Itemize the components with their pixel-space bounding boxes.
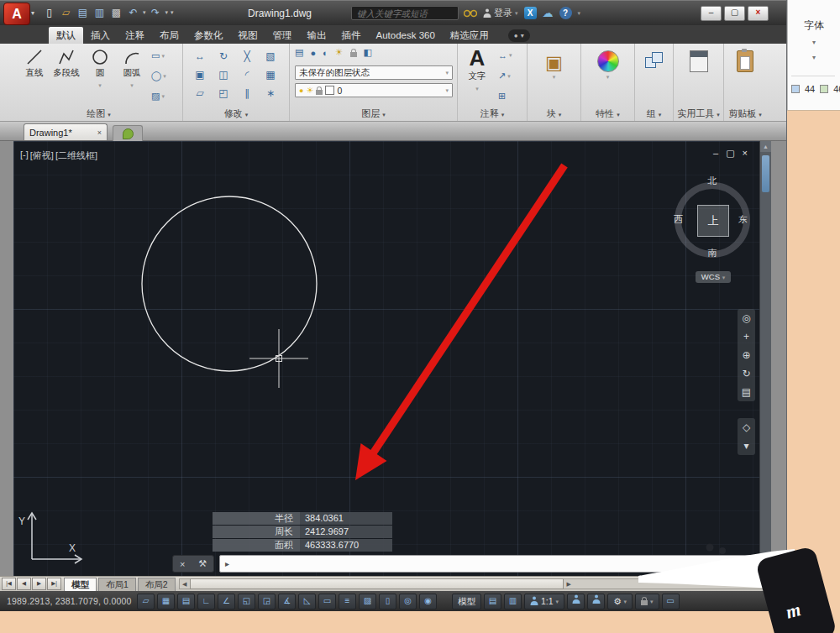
auto-annotation-scale-icon[interactable] bbox=[587, 594, 605, 609]
a360-cloud-icon[interactable]: ☁ bbox=[543, 7, 554, 19]
fillet-icon[interactable]: ◜ bbox=[245, 69, 249, 81]
undo-caret-icon[interactable]: ▾ bbox=[143, 9, 146, 16]
layer-match-icon[interactable]: ◧ bbox=[364, 47, 372, 58]
tab-model[interactable]: 模型 bbox=[64, 578, 97, 591]
orbit-icon[interactable]: ↻ bbox=[742, 364, 750, 383]
clipboard-icon[interactable] bbox=[737, 50, 753, 72]
infer-constraints-toggle[interactable]: ▱ bbox=[137, 594, 155, 609]
hscrollbar-thumb[interactable] bbox=[190, 578, 564, 589]
maximize-button[interactable]: ▢ bbox=[724, 6, 745, 21]
object-snap-toggle[interactable]: ◱ bbox=[238, 594, 255, 609]
open-file-icon[interactable]: ▱ bbox=[59, 5, 73, 20]
scroll-up-icon[interactable]: ▲ bbox=[760, 141, 771, 152]
group-panel-label[interactable]: 组 ▾ bbox=[635, 107, 673, 120]
undo-icon[interactable]: ↶ bbox=[126, 5, 140, 20]
layer-isolate-icon[interactable]: ◐ bbox=[323, 48, 328, 58]
polyline-tool[interactable]: 多段线 bbox=[50, 47, 82, 79]
minimize-button[interactable]: – bbox=[701, 6, 722, 21]
visual-style-control[interactable]: [二维线框] bbox=[55, 149, 97, 162]
font-size-caret-icon[interactable]: ▾ bbox=[788, 54, 840, 61]
sign-in-button[interactable]: 登录 ▾ bbox=[483, 5, 518, 21]
toolbar-lock-button[interactable]: ▾ bbox=[635, 594, 659, 609]
exchange-apps-icon[interactable]: X bbox=[524, 7, 537, 19]
ellipse-tool[interactable]: ◯ ▾ bbox=[151, 71, 166, 81]
dynamic-ucs-toggle[interactable]: ◺ bbox=[298, 594, 316, 609]
drawing-file-tab[interactable]: Drawing1* × bbox=[24, 123, 108, 140]
properties-caret-icon[interactable]: ▾ bbox=[581, 74, 634, 81]
command-close-icon[interactable]: × bbox=[180, 559, 185, 569]
help-caret-icon[interactable]: ▾ bbox=[578, 10, 581, 17]
rectangle-tool[interactable]: ▭ ▾ bbox=[151, 50, 165, 61]
pan-icon[interactable]: + bbox=[743, 327, 749, 346]
layers-panel-label[interactable]: 图层 ▾ bbox=[290, 107, 457, 120]
viewport-minimize-icon[interactable]: – bbox=[713, 148, 718, 159]
layer-off-icon[interactable]: ● bbox=[310, 48, 316, 58]
close-button[interactable]: × bbox=[748, 6, 769, 21]
tab-output[interactable]: 输出 bbox=[300, 27, 334, 44]
view-control[interactable]: [俯视] bbox=[30, 149, 54, 162]
tab-parametric[interactable]: 参数化 bbox=[186, 27, 231, 44]
viewcube[interactable]: 北 西 上 东 南 WCS ▾ bbox=[672, 163, 753, 289]
scroll-right-icon[interactable]: ▶ bbox=[564, 581, 574, 588]
workspace-switch-button[interactable]: ⚙ ▾ bbox=[607, 594, 633, 609]
block-caret-icon[interactable]: ▾ bbox=[528, 74, 580, 81]
snap-mode-toggle[interactable]: ▦ bbox=[157, 594, 175, 609]
stretch-icon[interactable]: ▱ bbox=[196, 87, 203, 99]
table-tool[interactable]: ⊞ bbox=[498, 91, 506, 102]
steering-wheel-icon[interactable]: ◎ bbox=[742, 309, 750, 327]
save-as-icon[interactable]: ▥ bbox=[92, 5, 107, 20]
trim-icon[interactable]: ╳ bbox=[244, 50, 249, 62]
calculator-icon[interactable] bbox=[690, 50, 708, 72]
recent-commands-icon[interactable]: ▸ bbox=[225, 559, 229, 568]
new-drawing-tab[interactable] bbox=[113, 125, 143, 141]
scroll-left-icon[interactable]: ◀ bbox=[180, 581, 190, 588]
annotation-scale-button[interactable]: 1:1 ▾ bbox=[524, 594, 564, 609]
viewcube-west[interactable]: 西 bbox=[674, 213, 683, 226]
app-logo[interactable]: A bbox=[3, 3, 30, 25]
properties-panel-label[interactable]: 特性 ▾ bbox=[581, 107, 634, 120]
tab-manage[interactable]: 管理 bbox=[265, 27, 300, 44]
layer-dropdown[interactable]: ● ☀ 0 ▾ bbox=[295, 83, 453, 97]
tab-layout2[interactable]: 布局2 bbox=[138, 578, 176, 591]
erase-icon[interactable]: ▧ bbox=[265, 50, 275, 62]
explode-icon[interactable]: ∗ bbox=[266, 87, 275, 99]
plot-icon[interactable]: ▩ bbox=[109, 5, 123, 20]
prev-tab-button[interactable]: ◀ bbox=[17, 578, 31, 590]
object-snap-tracking-toggle[interactable]: ∡ bbox=[278, 594, 296, 609]
tab-featured-apps[interactable]: 精选应用 bbox=[443, 27, 496, 44]
drawing-canvas[interactable]: Y X [-] [俯视] [二维线框] – ▢ × 北 西 上 东 bbox=[13, 141, 759, 576]
viewcube-north[interactable]: 北 bbox=[672, 175, 753, 187]
redo-icon[interactable]: ↷ bbox=[149, 5, 163, 20]
wcs-dropdown[interactable]: WCS ▾ bbox=[696, 271, 731, 283]
viewcube-east[interactable]: 东 bbox=[738, 213, 748, 226]
draw-panel-label[interactable]: 绘图 ▾ bbox=[15, 107, 182, 120]
array-icon[interactable]: ▦ bbox=[265, 69, 275, 81]
arc-tool[interactable]: 圆弧 ▾ bbox=[116, 47, 148, 89]
tab-annotate[interactable]: 注释 bbox=[118, 27, 152, 44]
lineweight-toggle[interactable]: ≡ bbox=[339, 594, 356, 609]
tab-autodesk360[interactable]: Autodesk 360 bbox=[369, 27, 443, 44]
color-wheel-icon[interactable] bbox=[597, 50, 619, 72]
layer-state-dropdown[interactable]: 未保存的图层状态 ▾ bbox=[295, 65, 453, 80]
command-line[interactable]: ▸ bbox=[219, 555, 757, 573]
viewport-menu-control[interactable]: [-] bbox=[20, 149, 29, 162]
font-dropdown-caret-icon[interactable]: ▾ bbox=[788, 39, 840, 46]
leader-tool[interactable]: ↗ ▾ bbox=[498, 71, 511, 81]
first-tab-button[interactable]: |◀ bbox=[2, 578, 16, 590]
help-icon[interactable]: ? bbox=[559, 7, 572, 19]
model-space-button[interactable]: 模型 bbox=[452, 594, 481, 609]
transparency-toggle[interactable]: ▨ bbox=[359, 594, 376, 609]
layer-properties-icon[interactable]: ▤ bbox=[295, 47, 303, 58]
arc-caret-icon[interactable]: ▾ bbox=[130, 82, 134, 88]
circle-caret-icon[interactable]: ▾ bbox=[98, 82, 102, 88]
binoculars-search-icon[interactable] bbox=[464, 8, 477, 19]
viewcube-top-face[interactable]: 上 bbox=[697, 205, 729, 237]
layer-freeze-icon[interactable]: ☀ bbox=[335, 47, 344, 58]
new-file-icon[interactable]: ▯ bbox=[42, 5, 56, 20]
save-icon[interactable]: ▤ bbox=[76, 5, 90, 20]
ortho-mode-toggle[interactable]: ∟ bbox=[197, 594, 215, 609]
annotate-panel-label[interactable]: 注释 ▾ bbox=[458, 107, 527, 120]
modify-panel-label[interactable]: 修改 ▾ bbox=[183, 107, 289, 120]
tab-insert[interactable]: 插入 bbox=[83, 27, 118, 44]
dimension-tool[interactable]: ↔ ▾ bbox=[498, 50, 512, 60]
